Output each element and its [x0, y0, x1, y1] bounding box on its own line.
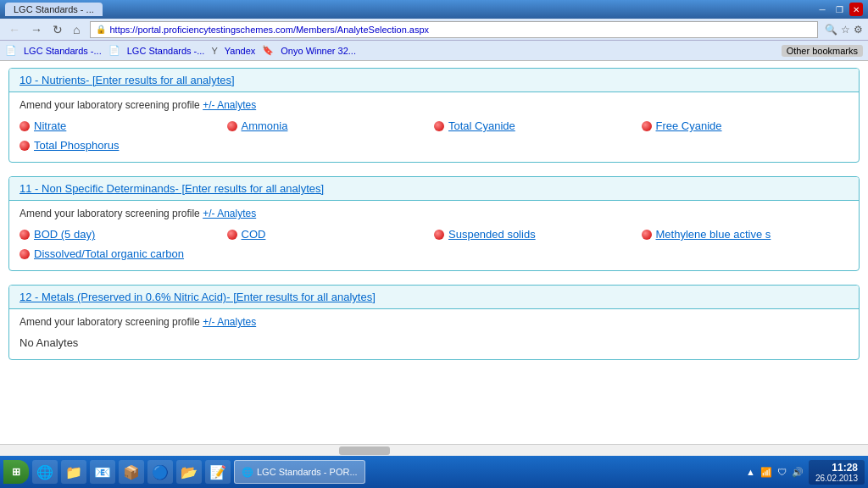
clock-date: 26.02.2013 [815, 474, 858, 483]
link-methylene-blue[interactable]: Methylene blue active s [656, 228, 771, 241]
taskbar-icon-email[interactable]: 📧 [90, 460, 115, 484]
section-10-analytes: Nitrate Ammonia Total Cyanide Free Cyani… [19, 119, 849, 152]
section-12-amend-line: Amend your laboratory screening profile … [19, 316, 849, 328]
start-button[interactable]: ⊞ [3, 460, 29, 484]
section-10-link[interactable]: 10 - Nutrients- [Enter results for all a… [19, 74, 235, 86]
lgc-favicon-2: 📄 [108, 45, 120, 56]
section-10-amend-link[interactable]: +/- Analytes [203, 99, 256, 111]
analyte-nitrate: Nitrate [19, 119, 227, 132]
red-dot-dissolved-carbon [19, 249, 30, 259]
minimize-button[interactable]: ─ [815, 3, 829, 16]
taskbar-icon-folder[interactable]: 📁 [61, 460, 86, 484]
home-button[interactable]: ⌂ [70, 22, 83, 37]
analyte-dissolved-carbon: Dissolved/Total organic carbon [19, 247, 227, 260]
analyte-methylene-blue: Methylene blue active s [642, 228, 849, 241]
red-dot-free-cyanide [642, 121, 652, 131]
taskbar-network-icon: 📶 [760, 467, 772, 478]
taskbar-right: ▲ 📶 🛡 🔊 11:28 26.02.2013 [746, 460, 865, 485]
extensions-icon[interactable]: ⚙ [854, 24, 863, 36]
scrollbar-thumb[interactable] [339, 446, 390, 455]
red-dot-methylene-blue [642, 230, 652, 240]
taskbar-icon-word[interactable]: 📝 [205, 460, 231, 484]
analyte-total-phosphorus: Total Phosphorus [19, 139, 227, 152]
clock-time: 11:28 [815, 462, 858, 474]
section-11-header: 11 - Non Specific Determinands- [Enter r… [9, 177, 859, 201]
page-content: 10 - Nutrients- [Enter results for all a… [0, 61, 868, 456]
section-11-analytes: BOD (5 day) COD Suspended solids Methyle… [19, 228, 849, 260]
lgc-favicon-1: 📄 [5, 45, 17, 56]
red-dot-suspended-solids [434, 230, 444, 240]
address-bar[interactable]: 🔒 https://portal.proficiencytestingschem… [90, 21, 818, 38]
analyte-total-cyanide: Total Cyanide [434, 119, 642, 132]
taskbar-icon-app1[interactable]: 📦 [119, 460, 144, 484]
link-bod[interactable]: BOD (5 day) [34, 228, 95, 241]
yandex-favicon: Y [211, 46, 217, 56]
section-10-header: 10 - Nutrients- [Enter results for all a… [9, 69, 859, 92]
link-total-cyanide[interactable]: Total Cyanide [448, 119, 515, 132]
section-12-body: Amend your laboratory screening profile … [9, 309, 859, 359]
section-12-header: 12 - Metals (Preserved in 0.6% Nitric Ac… [9, 286, 859, 309]
link-nitrate[interactable]: Nitrate [34, 119, 66, 132]
taskbar-antivirus-icon: 🛡 [777, 467, 787, 477]
search-icon[interactable]: 🔍 [825, 24, 837, 36]
bookmarks-bar: 📄 LGC Standards -... 📄 LGC Standards -..… [0, 41, 868, 61]
analyte-ammonia: Ammonia [227, 119, 435, 132]
restore-button[interactable]: ❐ [832, 3, 846, 16]
section-11-body: Amend your laboratory screening profile … [9, 201, 859, 270]
section-11-amend-line: Amend your laboratory screening profile … [19, 208, 849, 219]
analyte-bod: BOD (5 day) [19, 228, 227, 241]
taskbar-window-icon: 🌐 [242, 467, 253, 478]
bookmark-lgc-2[interactable]: LGC Standards -... [127, 46, 205, 56]
link-ammonia[interactable]: Ammonia [242, 119, 288, 132]
taskbar-icon-ie[interactable]: 🌐 [32, 460, 58, 484]
title-bar: LGC Standards - ... ─ ❐ ✕ [0, 0, 868, 19]
bookmark-onyo[interactable]: Onyo Winner 32... [281, 46, 356, 56]
link-free-cyanide[interactable]: Free Cyanide [656, 119, 722, 132]
section-11: 11 - Non Specific Determinands- [Enter r… [8, 176, 860, 271]
taskbar-icon-files[interactable]: 📂 [176, 460, 202, 484]
section-12-amend-text: Amend your laboratory screening profile [19, 316, 200, 328]
section-11-amend-link[interactable]: +/- Analytes [203, 208, 256, 219]
reload-button[interactable]: ↻ [49, 22, 66, 37]
no-analytes-label: No Analytes [19, 336, 849, 349]
section-12: 12 - Metals (Preserved in 0.6% Nitric Ac… [8, 285, 860, 360]
bookmark-lgc-1[interactable]: LGC Standards -... [24, 46, 102, 56]
section-10-body: Amend your laboratory screening profile … [9, 92, 859, 162]
forward-button[interactable]: → [27, 22, 46, 37]
close-button[interactable]: ✕ [849, 3, 863, 16]
horizontal-scrollbar[interactable] [0, 444, 868, 456]
section-11-amend-text: Amend your laboratory screening profile [19, 208, 200, 219]
section-10: 10 - Nutrients- [Enter results for all a… [8, 68, 860, 163]
link-total-phosphorus[interactable]: Total Phosphorus [34, 139, 119, 152]
window-controls: ─ ❐ ✕ [815, 3, 863, 16]
section-12-link[interactable]: 12 - Metals (Preserved in 0.6% Nitric Ac… [19, 291, 376, 303]
back-button[interactable]: ← [5, 22, 24, 37]
navigation-bar: ← → ↻ ⌂ 🔒 https://portal.proficiencytest… [0, 19, 868, 41]
taskbar-icon-chrome[interactable]: 🔵 [147, 460, 173, 484]
analyte-suspended-solids: Suspended solids [434, 228, 642, 241]
red-dot-cod [227, 230, 237, 240]
taskbar-active-window[interactable]: 🌐 LGC Standards - POR... [234, 460, 365, 484]
taskbar-tray-icon-1: ▲ [746, 467, 755, 477]
section-12-amend-link[interactable]: +/- Analytes [203, 316, 256, 328]
bookmark-yandex[interactable]: Yandex [225, 46, 256, 56]
red-dot-nitrate [19, 121, 30, 131]
section-11-link[interactable]: 11 - Non Specific Determinands- [Enter r… [19, 182, 324, 195]
section-10-amend-text: Amend your laboratory screening profile [19, 99, 200, 111]
start-orb: ⊞ [12, 466, 20, 478]
url-text: https://portal.proficiencytestingschemes… [109, 25, 429, 35]
link-suspended-solids[interactable]: Suspended solids [448, 228, 536, 241]
link-cod[interactable]: COD [242, 228, 266, 241]
star-icon[interactable]: ☆ [841, 24, 850, 36]
taskbar-sound-icon: 🔊 [792, 467, 804, 478]
red-dot-bod [19, 230, 30, 240]
browser-tab-active[interactable]: LGC Standards - ... [5, 3, 103, 16]
analyte-free-cyanide: Free Cyanide [642, 119, 849, 132]
red-dot-total-phosphorus [19, 141, 30, 151]
taskbar: ⊞ 🌐 📁 📧 📦 🔵 📂 📝 🌐 LGC Standards - POR...… [0, 456, 868, 488]
taskbar-window-label: LGC Standards - POR... [257, 467, 358, 477]
clock: 11:28 26.02.2013 [809, 460, 865, 485]
other-bookmarks[interactable]: Other bookmarks [782, 45, 863, 57]
red-dot-ammonia [227, 121, 237, 131]
link-dissolved-carbon[interactable]: Dissolved/Total organic carbon [34, 247, 184, 260]
